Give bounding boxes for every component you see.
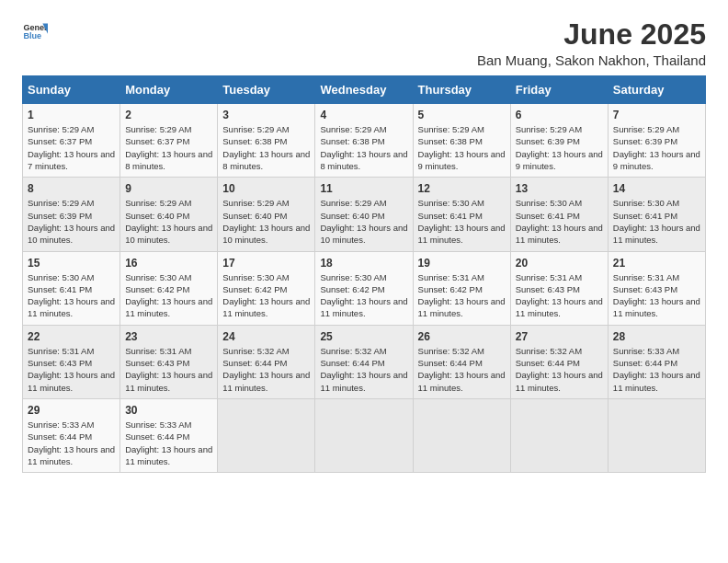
- day-info: Sunrise: 5:30 AMSunset: 6:41 PMDaylight:…: [516, 197, 603, 246]
- calendar-cell: 24Sunrise: 5:32 AMSunset: 6:44 PMDayligh…: [218, 325, 315, 398]
- day-number: 29: [28, 404, 115, 417]
- day-info: Sunrise: 5:32 AMSunset: 6:44 PMDaylight:…: [516, 345, 603, 394]
- calendar-cell: 23Sunrise: 5:31 AMSunset: 6:43 PMDayligh…: [120, 325, 218, 398]
- calendar-cell: 21Sunrise: 5:31 AMSunset: 6:43 PMDayligh…: [608, 251, 705, 325]
- col-wednesday: Wednesday: [315, 76, 413, 104]
- calendar-cell: 15Sunrise: 5:30 AMSunset: 6:41 PMDayligh…: [23, 251, 120, 325]
- calendar-cell: [608, 398, 705, 472]
- calendar-cell: 7Sunrise: 5:29 AMSunset: 6:39 PMDaylight…: [608, 104, 705, 178]
- calendar-cell: 28Sunrise: 5:33 AMSunset: 6:44 PMDayligh…: [608, 325, 705, 398]
- logo: General Blue: [22, 18, 48, 44]
- header: General Blue June 2025 Ban Muang, Sakon …: [22, 18, 706, 68]
- calendar-cell: 17Sunrise: 5:30 AMSunset: 6:42 PMDayligh…: [218, 251, 315, 325]
- calendar-cell: 8Sunrise: 5:29 AMSunset: 6:39 PMDaylight…: [23, 178, 120, 251]
- calendar-cell: [413, 398, 510, 472]
- day-info: Sunrise: 5:29 AMSunset: 6:39 PMDaylight:…: [28, 197, 115, 246]
- day-info: Sunrise: 5:30 AMSunset: 6:41 PMDaylight:…: [28, 271, 115, 320]
- day-info: Sunrise: 5:29 AMSunset: 6:38 PMDaylight:…: [418, 123, 506, 172]
- calendar-cell: 16Sunrise: 5:30 AMSunset: 6:42 PMDayligh…: [120, 251, 218, 325]
- title-area: June 2025 Ban Muang, Sakon Nakhon, Thail…: [477, 18, 706, 68]
- day-info: Sunrise: 5:31 AMSunset: 6:43 PMDaylight:…: [516, 271, 603, 320]
- day-number: 26: [418, 330, 506, 343]
- day-number: 18: [320, 257, 407, 270]
- day-number: 11: [320, 182, 407, 195]
- day-number: 17: [222, 257, 310, 270]
- calendar-cell: 19Sunrise: 5:31 AMSunset: 6:42 PMDayligh…: [413, 251, 510, 325]
- day-number: 10: [222, 182, 310, 195]
- day-number: 9: [125, 182, 212, 195]
- calendar-cell: 30Sunrise: 5:33 AMSunset: 6:44 PMDayligh…: [120, 398, 218, 472]
- day-number: 2: [125, 109, 212, 121]
- calendar-week-1: 1Sunrise: 5:29 AMSunset: 6:37 PMDaylight…: [23, 104, 706, 178]
- day-number: 14: [613, 182, 700, 195]
- day-info: Sunrise: 5:30 AMSunset: 6:41 PMDaylight:…: [613, 197, 700, 246]
- calendar-cell: 18Sunrise: 5:30 AMSunset: 6:42 PMDayligh…: [315, 251, 413, 325]
- day-info: Sunrise: 5:32 AMSunset: 6:44 PMDaylight:…: [418, 345, 506, 394]
- day-info: Sunrise: 5:29 AMSunset: 6:39 PMDaylight:…: [516, 123, 603, 172]
- header-row: Sunday Monday Tuesday Wednesday Thursday…: [23, 76, 706, 104]
- day-number: 4: [320, 109, 407, 121]
- day-info: Sunrise: 5:29 AMSunset: 6:38 PMDaylight:…: [320, 123, 407, 172]
- day-info: Sunrise: 5:33 AMSunset: 6:44 PMDaylight:…: [28, 419, 115, 467]
- day-info: Sunrise: 5:29 AMSunset: 6:37 PMDaylight:…: [28, 123, 115, 172]
- col-monday: Monday: [120, 76, 218, 104]
- day-info: Sunrise: 5:33 AMSunset: 6:44 PMDaylight:…: [613, 345, 700, 394]
- calendar-week-4: 22Sunrise: 5:31 AMSunset: 6:43 PMDayligh…: [23, 325, 706, 398]
- day-number: 5: [418, 109, 506, 121]
- calendar-cell: 1Sunrise: 5:29 AMSunset: 6:37 PMDaylight…: [23, 104, 120, 178]
- calendar-week-3: 15Sunrise: 5:30 AMSunset: 6:41 PMDayligh…: [23, 251, 706, 325]
- day-number: 28: [613, 330, 700, 343]
- calendar-cell: 13Sunrise: 5:30 AMSunset: 6:41 PMDayligh…: [510, 178, 608, 251]
- month-title: June 2025: [477, 18, 706, 51]
- calendar-cell: 12Sunrise: 5:30 AMSunset: 6:41 PMDayligh…: [413, 178, 510, 251]
- col-friday: Friday: [510, 76, 608, 104]
- calendar-cell: 14Sunrise: 5:30 AMSunset: 6:41 PMDayligh…: [608, 178, 705, 251]
- calendar-cell: 26Sunrise: 5:32 AMSunset: 6:44 PMDayligh…: [413, 325, 510, 398]
- location-title: Ban Muang, Sakon Nakhon, Thailand: [477, 52, 706, 68]
- day-number: 12: [418, 182, 506, 195]
- day-number: 16: [125, 257, 212, 270]
- day-info: Sunrise: 5:29 AMSunset: 6:38 PMDaylight:…: [222, 123, 310, 172]
- calendar-cell: 22Sunrise: 5:31 AMSunset: 6:43 PMDayligh…: [23, 325, 120, 398]
- calendar-cell: 5Sunrise: 5:29 AMSunset: 6:38 PMDaylight…: [413, 104, 510, 178]
- day-number: 3: [222, 109, 310, 121]
- calendar-cell: 20Sunrise: 5:31 AMSunset: 6:43 PMDayligh…: [510, 251, 608, 325]
- day-info: Sunrise: 5:29 AMSunset: 6:40 PMDaylight:…: [320, 197, 407, 246]
- day-number: 20: [516, 257, 603, 270]
- day-info: Sunrise: 5:33 AMSunset: 6:44 PMDaylight:…: [125, 419, 212, 467]
- day-info: Sunrise: 5:31 AMSunset: 6:43 PMDaylight:…: [613, 271, 700, 320]
- calendar-cell: [218, 398, 315, 472]
- day-number: 13: [516, 182, 603, 195]
- day-number: 6: [516, 109, 603, 121]
- day-info: Sunrise: 5:29 AMSunset: 6:40 PMDaylight:…: [125, 197, 212, 246]
- calendar-cell: 27Sunrise: 5:32 AMSunset: 6:44 PMDayligh…: [510, 325, 608, 398]
- day-number: 22: [28, 330, 115, 343]
- calendar-table: Sunday Monday Tuesday Wednesday Thursday…: [22, 75, 706, 473]
- day-number: 15: [28, 257, 115, 270]
- calendar-cell: 6Sunrise: 5:29 AMSunset: 6:39 PMDaylight…: [510, 104, 608, 178]
- col-tuesday: Tuesday: [218, 76, 315, 104]
- day-number: 1: [28, 109, 115, 121]
- svg-text:Blue: Blue: [23, 31, 41, 40]
- day-info: Sunrise: 5:29 AMSunset: 6:39 PMDaylight:…: [613, 123, 700, 172]
- day-number: 30: [125, 404, 212, 417]
- calendar-cell: [510, 398, 608, 472]
- day-info: Sunrise: 5:31 AMSunset: 6:43 PMDaylight:…: [28, 345, 115, 394]
- day-info: Sunrise: 5:30 AMSunset: 6:42 PMDaylight:…: [222, 271, 310, 320]
- calendar-cell: 25Sunrise: 5:32 AMSunset: 6:44 PMDayligh…: [315, 325, 413, 398]
- day-number: 8: [28, 182, 115, 195]
- day-info: Sunrise: 5:31 AMSunset: 6:43 PMDaylight:…: [125, 345, 212, 394]
- day-info: Sunrise: 5:31 AMSunset: 6:42 PMDaylight:…: [418, 271, 506, 320]
- day-info: Sunrise: 5:30 AMSunset: 6:41 PMDaylight:…: [418, 197, 506, 246]
- day-number: 21: [613, 257, 700, 270]
- day-number: 23: [125, 330, 212, 343]
- calendar-cell: 4Sunrise: 5:29 AMSunset: 6:38 PMDaylight…: [315, 104, 413, 178]
- calendar-cell: [315, 398, 413, 472]
- calendar-cell: 2Sunrise: 5:29 AMSunset: 6:37 PMDaylight…: [120, 104, 218, 178]
- day-number: 19: [418, 257, 506, 270]
- col-sunday: Sunday: [23, 76, 120, 104]
- col-thursday: Thursday: [413, 76, 510, 104]
- day-number: 27: [516, 330, 603, 343]
- day-info: Sunrise: 5:30 AMSunset: 6:42 PMDaylight:…: [125, 271, 212, 320]
- col-saturday: Saturday: [608, 76, 705, 104]
